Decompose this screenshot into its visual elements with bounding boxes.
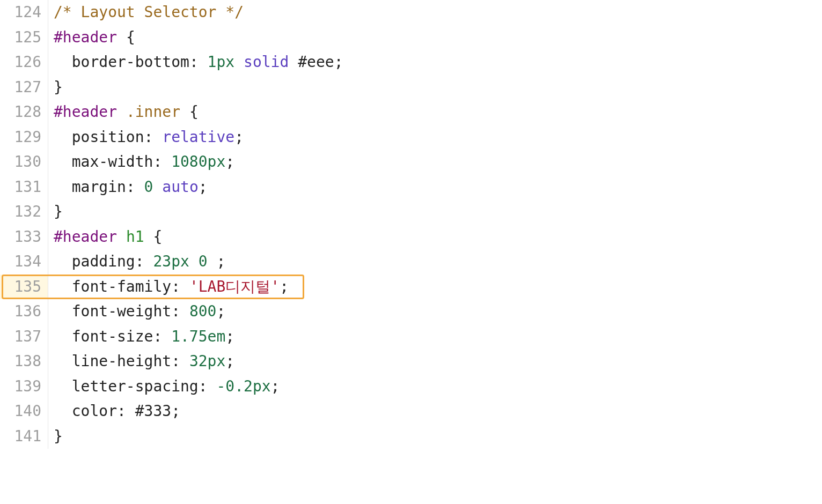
code-token (208, 253, 217, 270)
code-token: border-bottom (72, 53, 189, 71)
code-content[interactable]: line-height: 32px; (48, 349, 822, 374)
code-token (144, 253, 153, 270)
code-line[interactable]: 131 margin: 0 auto; (0, 175, 822, 200)
code-token: 1080px (171, 153, 225, 171)
code-content[interactable]: margin: 0 auto; (48, 175, 822, 200)
code-token: relative (162, 128, 234, 146)
code-line[interactable]: 130 max-width: 1080px; (0, 150, 822, 175)
code-line[interactable]: 126 border-bottom: 1px solid #eee; (0, 50, 822, 75)
code-token: : (189, 53, 199, 71)
code-line[interactable]: 127} (0, 75, 822, 100)
code-token: auto (162, 178, 198, 196)
code-line[interactable]: 124/* Layout Selector */ (0, 0, 822, 25)
code-token (199, 53, 208, 71)
code-token (153, 128, 162, 146)
line-number: 136 (0, 299, 48, 324)
code-token: 32px (189, 352, 225, 370)
code-content[interactable]: #header h1 { (48, 225, 822, 250)
code-token: #header (54, 28, 117, 46)
code-token: : (144, 128, 153, 146)
code-content[interactable]: } (48, 424, 822, 449)
code-token (54, 377, 72, 395)
code-token: ; (271, 377, 280, 395)
code-token (54, 302, 72, 320)
code-token: color (72, 402, 117, 420)
code-token: : (171, 278, 180, 295)
code-token (180, 302, 189, 320)
code-token (54, 352, 72, 370)
code-token (54, 402, 72, 420)
code-content[interactable]: font-size: 1.75em; (48, 324, 822, 350)
code-token: 0 (199, 253, 208, 270)
code-line[interactable]: 141} (0, 424, 822, 449)
code-token (126, 402, 135, 420)
code-content[interactable]: #header { (48, 25, 822, 50)
code-line[interactable]: 140 color: #333; (0, 399, 822, 424)
code-token: : (171, 302, 180, 320)
code-line[interactable]: 138 line-height: 32px; (0, 349, 822, 374)
code-token: font-size (72, 328, 153, 345)
code-token: ; (171, 402, 180, 420)
code-line[interactable]: 125#header { (0, 25, 822, 50)
code-token: : (153, 153, 162, 171)
line-number: 137 (0, 324, 48, 350)
code-content[interactable]: border-bottom: 1px solid #eee; (48, 50, 822, 75)
code-token: #eee (298, 53, 334, 71)
code-content[interactable]: font-weight: 800; (48, 299, 822, 324)
code-token: { (153, 228, 162, 246)
code-token (117, 103, 126, 121)
code-token: 23px (153, 253, 189, 270)
code-token: : (171, 352, 180, 370)
code-content[interactable]: position: relative; (48, 125, 822, 150)
code-token: .inner (126, 103, 180, 121)
code-token: ; (199, 178, 208, 196)
code-token: ; (225, 352, 234, 370)
code-token (54, 278, 72, 295)
code-token (54, 178, 72, 196)
code-content[interactable]: color: #333; (48, 399, 822, 424)
code-editor[interactable]: 124/* Layout Selector */125#header {126 … (0, 0, 822, 449)
code-line[interactable]: 133#header h1 { (0, 225, 822, 250)
code-line[interactable]: 137 font-size: 1.75em; (0, 324, 822, 350)
code-token (208, 377, 217, 395)
code-content[interactable]: max-width: 1080px; (48, 150, 822, 175)
code-token (54, 253, 72, 270)
code-token: { (189, 103, 199, 121)
code-token (234, 53, 244, 71)
code-content[interactable]: #header .inner { (48, 100, 822, 125)
code-token (180, 352, 189, 370)
code-line[interactable]: 136 font-weight: 800; (0, 299, 822, 324)
code-content[interactable]: } (48, 75, 822, 100)
code-token (189, 253, 199, 270)
code-token (117, 228, 126, 246)
line-number: 140 (0, 399, 48, 424)
code-token: ; (225, 153, 234, 171)
code-line[interactable]: 135 font-family: 'LAB디지털'; (0, 275, 822, 300)
code-line[interactable]: 132} (0, 199, 822, 225)
code-token: /* Layout Selector */ (54, 3, 244, 21)
code-line[interactable]: 129 position: relative; (0, 125, 822, 150)
code-content[interactable]: letter-spacing: -0.2px; (48, 374, 822, 399)
line-number: 131 (0, 175, 48, 200)
code-line[interactable]: 134 padding: 23px 0 ; (0, 249, 822, 275)
line-number: 129 (0, 125, 48, 150)
code-content[interactable]: padding: 23px 0 ; (48, 249, 822, 275)
code-content[interactable]: /* Layout Selector */ (48, 0, 822, 25)
code-token: : (199, 377, 208, 395)
code-token: } (54, 78, 63, 96)
code-token: font-weight (72, 302, 171, 320)
code-token: ; (216, 302, 225, 320)
code-content[interactable]: } (48, 199, 822, 225)
code-line[interactable]: 128#header .inner { (0, 100, 822, 125)
code-content[interactable]: font-family: 'LAB디지털'; (48, 275, 822, 300)
code-token: 0 (144, 178, 153, 196)
code-token: letter-spacing (72, 377, 199, 395)
code-token: ; (280, 278, 289, 295)
line-number: 126 (0, 50, 48, 75)
code-token (54, 53, 72, 71)
code-line[interactable]: 139 letter-spacing: -0.2px; (0, 374, 822, 399)
code-token: } (54, 427, 63, 445)
code-token: position (72, 128, 144, 146)
code-token: ; (334, 53, 343, 71)
code-token: margin (72, 178, 126, 196)
